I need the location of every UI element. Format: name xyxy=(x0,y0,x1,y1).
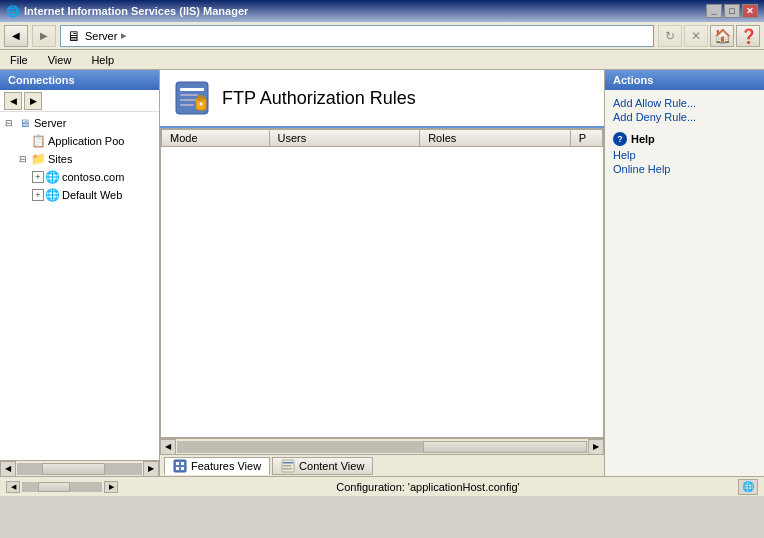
svg-rect-4 xyxy=(180,104,194,106)
tree-toggle-apppools xyxy=(16,134,30,148)
menu-help[interactable]: Help xyxy=(85,53,120,67)
add-deny-rule-link[interactable]: Add Deny Rule... xyxy=(613,110,756,124)
home-button[interactable]: 🏠 xyxy=(710,25,734,47)
address-bar: ◀ ▶ 🖥 Server ▸ ↻ ✕ 🏠 ❓ xyxy=(0,22,764,50)
tree-toggle-server[interactable]: ⊟ xyxy=(2,116,16,130)
tree-toggle-contoso[interactable]: + xyxy=(32,171,44,183)
svg-rect-14 xyxy=(283,462,293,464)
col-p[interactable]: P xyxy=(570,130,602,147)
table-scroll-track xyxy=(177,441,587,453)
address-text: Server xyxy=(85,30,117,42)
tree-item-contoso[interactable]: + 🌐 contoso.com xyxy=(0,168,159,186)
status-scroll-right[interactable]: ▶ xyxy=(104,481,118,493)
svg-point-7 xyxy=(200,103,203,106)
svg-rect-12 xyxy=(181,467,184,470)
col-roles[interactable]: Roles xyxy=(420,130,571,147)
view-bar: Features View Content View xyxy=(160,454,604,476)
title-controls[interactable]: _ □ ✕ xyxy=(706,4,758,18)
rules-table: Mode Users Roles P xyxy=(161,129,603,147)
actions-content: Add Allow Rule... Add Deny Rule... ? Hel… xyxy=(605,90,764,182)
stop-button[interactable]: ✕ xyxy=(684,25,708,47)
maximize-button[interactable]: □ xyxy=(724,4,740,18)
svg-rect-16 xyxy=(283,468,292,470)
help-circle-icon: ? xyxy=(613,132,627,146)
connections-toolbar: ◀ ▶ xyxy=(0,90,159,112)
help-link[interactable]: Help xyxy=(613,148,756,162)
add-allow-rule-link[interactable]: Add Allow Rule... xyxy=(613,96,756,110)
tab-content-view[interactable]: Content View xyxy=(272,457,373,475)
tree-item-apppools[interactable]: 📋 Application Poo xyxy=(0,132,159,150)
tree-item-server[interactable]: ⊟ 🖥 Server xyxy=(0,114,159,132)
connections-scrollbar: ◀ ▶ xyxy=(0,460,159,476)
svg-rect-11 xyxy=(176,467,179,470)
table-scroll-left[interactable]: ◀ xyxy=(160,439,176,455)
conn-scroll-left[interactable]: ◀ xyxy=(0,461,16,477)
actions-panel: Actions Add Allow Rule... Add Deny Rule.… xyxy=(604,70,764,476)
svg-rect-2 xyxy=(180,94,198,96)
tree-label-server: Server xyxy=(34,117,66,129)
col-mode[interactable]: Mode xyxy=(162,130,270,147)
back-button[interactable]: ◀ xyxy=(4,25,28,47)
status-scroll: ◀ ▶ xyxy=(6,481,118,493)
status-scroll-thumb[interactable] xyxy=(38,482,70,492)
app-title: Internet Information Services (IIS) Mana… xyxy=(24,5,248,17)
refresh-button[interactable]: ↻ xyxy=(658,25,682,47)
content-view-icon xyxy=(281,459,295,473)
conn-scroll-track xyxy=(17,463,142,475)
minimize-button[interactable]: _ xyxy=(706,4,722,18)
connections-panel: Connections ◀ ▶ ⊟ 🖥 Server 📋 Application… xyxy=(0,70,160,476)
help-button[interactable]: ❓ xyxy=(736,25,760,47)
content-header: FTP Authorization Rules xyxy=(160,70,604,128)
status-bar: ◀ ▶ Configuration: 'applicationHost.conf… xyxy=(0,476,764,496)
conn-scroll-thumb[interactable] xyxy=(42,463,105,475)
forward-button[interactable]: ▶ xyxy=(32,25,56,47)
menu-bar: File View Help xyxy=(0,50,764,70)
svg-rect-8 xyxy=(174,460,186,472)
connections-tree: ⊟ 🖥 Server 📋 Application Poo ⊟ 📁 Sites xyxy=(0,112,159,460)
svg-rect-9 xyxy=(176,462,179,465)
conn-scroll-right[interactable]: ▶ xyxy=(143,461,159,477)
content-view-label: Content View xyxy=(299,460,364,472)
help-section-header: ? Help xyxy=(613,132,756,146)
col-users[interactable]: Users xyxy=(269,130,420,147)
server-icon: 🖥 xyxy=(16,115,32,131)
connections-header: Connections xyxy=(0,70,159,90)
ftp-auth-icon xyxy=(172,78,212,118)
svg-rect-15 xyxy=(283,465,291,467)
menu-view[interactable]: View xyxy=(42,53,78,67)
tree-toggle-defaultweb[interactable]: + xyxy=(32,189,44,201)
conn-toolbar-btn2[interactable]: ▶ xyxy=(24,92,42,110)
close-button[interactable]: ✕ xyxy=(742,4,758,18)
online-help-link[interactable]: Online Help xyxy=(613,162,756,176)
menu-file[interactable]: File xyxy=(4,53,34,67)
app-icon: 🌐 xyxy=(6,5,20,18)
content-title: FTP Authorization Rules xyxy=(222,88,416,109)
table-scroll-thumb[interactable] xyxy=(423,441,587,453)
conn-toolbar-btn1[interactable]: ◀ xyxy=(4,92,22,110)
status-scroll-left[interactable]: ◀ xyxy=(6,481,20,493)
apppool-icon: 📋 xyxy=(30,133,46,149)
title-bar: 🌐 Internet Information Services (IIS) Ma… xyxy=(0,0,764,22)
address-icon: 🖥 xyxy=(67,28,81,44)
features-view-icon xyxy=(173,459,187,473)
content-area: FTP Authorization Rules Mode Users Roles… xyxy=(160,70,604,476)
tree-item-defaultweb[interactable]: + 🌐 Default Web xyxy=(0,186,159,204)
tree-item-sites[interactable]: ⊟ 📁 Sites xyxy=(0,150,159,168)
tree-label-apppools: Application Poo xyxy=(48,135,124,147)
table-scroll-right[interactable]: ▶ xyxy=(588,439,604,455)
toolbar-right: ↻ ✕ 🏠 ❓ xyxy=(658,25,760,47)
address-separator: ▸ xyxy=(121,29,127,42)
table-scrollbar: ◀ ▶ xyxy=(160,438,604,454)
status-scroll-track xyxy=(22,482,102,492)
main-layout: Connections ◀ ▶ ⊟ 🖥 Server 📋 Application… xyxy=(0,70,764,476)
help-section: ? Help Help Online Help xyxy=(613,132,756,176)
actions-header: Actions xyxy=(605,70,764,90)
title-bar-left: 🌐 Internet Information Services (IIS) Ma… xyxy=(6,5,248,18)
tree-label-defaultweb: Default Web xyxy=(62,189,122,201)
content-table-area: Mode Users Roles P xyxy=(160,128,604,438)
tree-label-sites: Sites xyxy=(48,153,72,165)
svg-rect-1 xyxy=(180,88,204,91)
tree-toggle-sites[interactable]: ⊟ xyxy=(16,152,30,166)
tab-features-view[interactable]: Features View xyxy=(164,457,270,475)
address-path: 🖥 Server ▸ xyxy=(60,25,654,47)
